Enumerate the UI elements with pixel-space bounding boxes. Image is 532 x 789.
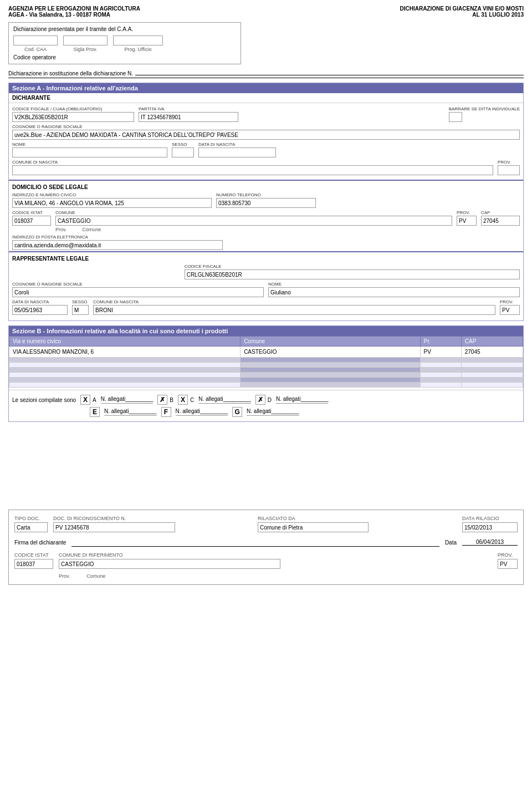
checkbox-E-box[interactable]: E	[90, 407, 100, 417]
comune-sub-label: Comune	[82, 227, 101, 232]
partita-iva-input[interactable]	[139, 112, 238, 122]
cognome-ragione-group: COGNOME O RAGIONE SOCIALE	[12, 124, 520, 140]
checkbox-D: ✗ D	[255, 395, 272, 405]
codice-istat-input[interactable]	[12, 216, 51, 226]
checkbox-B: ✗ B	[157, 395, 173, 405]
allegati-f: N. allegati_________	[176, 408, 228, 416]
data-nascita-input[interactable]	[198, 147, 276, 157]
comune-nascita-group: COMUNE DI NASCITA	[12, 160, 493, 175]
cap-input[interactable]	[481, 216, 520, 226]
rappresentante-section: RAPPRESENTANTE LEGALE CODICE FISCALE COG…	[9, 251, 523, 316]
indirizzo-input[interactable]	[12, 198, 212, 208]
codice-istat-group: CODICE ISTAT	[12, 210, 51, 226]
barrare-checkbox[interactable]	[449, 112, 462, 122]
sez-b-comune-0: CASTEGGIO	[241, 347, 420, 358]
sez-b-via-4	[9, 373, 241, 378]
cap-label: CAP	[481, 210, 520, 215]
comune-rif-input[interactable]	[59, 559, 280, 569]
checkbox-C-box[interactable]: X	[178, 395, 188, 405]
rapp-cf-input[interactable]	[185, 269, 520, 279]
caa-box: Dichiarazione presentata per il tramite …	[8, 22, 241, 64]
nome-input[interactable]	[12, 147, 167, 157]
codice-fiscale-input[interactable]	[12, 112, 134, 122]
checkbox-F: F	[161, 407, 171, 417]
sezioni-row2: E N. allegati_________ F N. allegati____…	[86, 407, 523, 421]
sesso-input[interactable]	[172, 147, 194, 157]
sez-b-via-5	[9, 378, 241, 383]
caa-sigla-input[interactable]	[63, 35, 108, 45]
cognome-ragione-label: COGNOME O RAGIONE SOCIALE	[12, 124, 520, 129]
sez-b-comune-4	[241, 373, 420, 378]
sez-b-pr-1	[420, 358, 461, 363]
rapp-comune-group: COMUNE DI NASCITA	[93, 299, 495, 315]
rapp-nome-label: NOME	[268, 282, 520, 287]
sez-b-via-0: VIA ALESSANDRO MANZONI, 6	[9, 347, 241, 358]
rapp-comune-input[interactable]	[93, 305, 495, 315]
codice-istat-sig-input[interactable]	[14, 559, 53, 569]
sesso-group: SESSO	[172, 142, 194, 157]
dich-sost: Dichiarazione in sostituzione della dich…	[8, 68, 524, 78]
allegati-d: N. allegati_________	[276, 396, 329, 404]
rapp-cognome-input[interactable]	[12, 287, 264, 297]
telefono-label: NUMERO TELEFONO	[216, 192, 316, 197]
prov-sig-label: Prov.	[498, 552, 518, 558]
sez-b-cap-1	[461, 358, 523, 363]
declaration-subtitle: AL 31 LUGLIO 2013	[400, 12, 524, 18]
prov-group: PROV.	[498, 160, 520, 175]
prov-input[interactable]	[498, 165, 520, 175]
spacer	[8, 426, 524, 493]
rapp-cognome-group: COGNOME O RAGIONE SOCIALE	[12, 282, 264, 297]
caa-prog-input[interactable]	[113, 35, 163, 45]
allegati-g: N. allegati_________	[247, 408, 299, 416]
codice-istat-sig-group: Codice Istat	[14, 552, 53, 569]
prov-label: PROV.	[498, 160, 520, 165]
sez-b-pr-0: PV	[420, 347, 461, 358]
sezione-b-header: Sezione B - Informazioni relative alla l…	[9, 326, 523, 336]
data-rilascio-input[interactable]	[462, 522, 518, 532]
rapp-cognome-label: COGNOME O RAGIONE SOCIALE	[12, 282, 264, 287]
sez-b-comune-3	[241, 368, 420, 373]
telefono-input[interactable]	[216, 198, 316, 208]
col-comune: Comune	[241, 337, 420, 347]
tipo-doc-label: Tipo Doc.	[14, 516, 48, 521]
sig-row1: Tipo Doc. Doc. di riconoscimento n. Rila…	[14, 516, 518, 532]
checkbox-F-box[interactable]: F	[161, 407, 171, 417]
caa-prog-label: Prog. Ufficio	[125, 47, 152, 52]
checkbox-B-label: B	[170, 397, 173, 403]
prov-sig-input[interactable]	[498, 559, 518, 569]
checkbox-D-box[interactable]: ✗	[255, 395, 265, 405]
sez-b-pr-3	[420, 368, 461, 373]
cognome-ragione-input[interactable]	[12, 130, 520, 140]
col-via: Via e numero civico	[9, 337, 241, 347]
caa-cod-input[interactable]	[13, 35, 58, 45]
rapp-cf-group: CODICE FISCALE	[185, 264, 520, 279]
rapp-sesso-label: SESSO	[72, 299, 89, 304]
checkbox-G-box[interactable]: G	[232, 407, 242, 417]
prov-sub-label: Prov.	[55, 227, 66, 232]
checkbox-B-box[interactable]: ✗	[157, 395, 167, 405]
rapp-data-input[interactable]	[12, 305, 68, 315]
sez-b-comune-1	[241, 358, 420, 363]
comune-nascita-input[interactable]	[12, 165, 493, 175]
checkbox-A-box[interactable]: X	[80, 395, 90, 405]
doc-riconosc-input[interactable]	[53, 522, 175, 532]
rapp-sesso-input[interactable]	[72, 305, 89, 315]
sez-b-cap-0: 27045	[461, 347, 523, 358]
agency-sub: AGEA - Via Salandra, 13 - 00187 ROMA	[8, 12, 140, 18]
tipo-doc-input[interactable]	[14, 522, 48, 532]
prov-sig-group: Prov.	[498, 552, 518, 569]
rapp-prov-input[interactable]	[500, 305, 520, 315]
rilasciato-da-input[interactable]	[258, 522, 369, 532]
rapp-nome-input[interactable]	[268, 287, 520, 297]
declaration-header: DICHIARAZIONE DI GIACENZA VINI E/O MOSTI…	[400, 6, 524, 18]
email-group: INDIRIZZO DI POSTA ELETTRONICA	[12, 235, 520, 250]
domicilio-section: DOMICILIO O SEDE LEGALE INDIRIZZO E NUME…	[9, 180, 523, 251]
comune-dom-input[interactable]	[55, 216, 452, 226]
prov-dom-input[interactable]	[457, 216, 477, 226]
email-input[interactable]	[12, 240, 223, 250]
rapp-sesso-group: SESSO	[72, 299, 89, 315]
codice-fiscale-group: CODICE FISCALE / CUAA (obbligatorio)	[12, 106, 134, 122]
codice-fiscale-label: CODICE FISCALE / CUAA (obbligatorio)	[12, 106, 134, 111]
rapp-data-label: DATA DI NASCITA	[12, 299, 68, 304]
col-cap: CAP	[461, 337, 523, 347]
